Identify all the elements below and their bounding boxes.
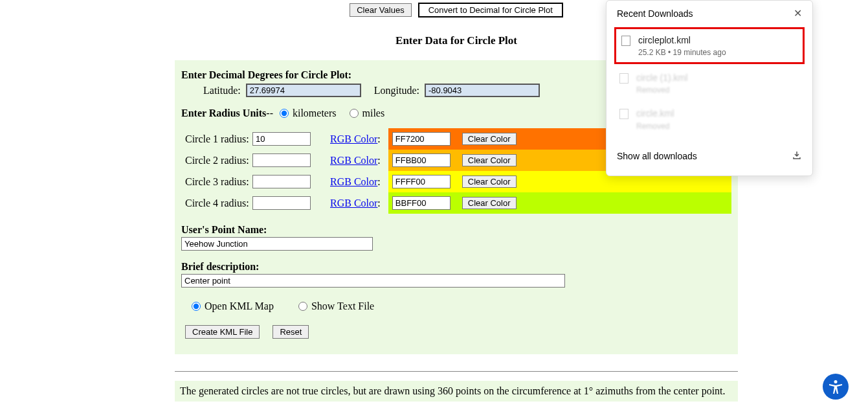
file-icon — [619, 109, 629, 119]
download-folder-icon[interactable] — [792, 150, 802, 163]
circle-3-label: Circle 3 radius: — [181, 176, 252, 188]
circle-2-label: Circle 2 radius: — [181, 155, 252, 166]
latitude-input[interactable] — [246, 84, 361, 97]
description-label: Brief description: — [181, 261, 731, 273]
circle-2-color-input[interactable] — [392, 153, 451, 167]
circle-1-radius-input[interactable] — [252, 132, 311, 146]
downloads-title: Recent Downloads — [617, 8, 693, 19]
circle-2-radius-input[interactable] — [252, 153, 311, 167]
radio-miles[interactable] — [350, 109, 359, 118]
circle-3-clear-color-button[interactable]: Clear Color — [462, 176, 517, 188]
kilometers-text: kilometers — [293, 108, 337, 119]
circle-1-label: Circle 1 radius: — [181, 133, 252, 145]
download-item-name: circleplot.kml — [638, 34, 726, 46]
description-input[interactable] — [181, 274, 565, 288]
download-item-name: circle (1).kml — [636, 72, 687, 84]
separator — [175, 371, 738, 372]
circle-4-clear-color-button[interactable]: Clear Color — [462, 197, 517, 209]
radio-open-kml[interactable] — [192, 302, 201, 311]
miles-text: miles — [362, 108, 385, 119]
convert-decimal-button[interactable]: Convert to Decimal for Circle Plot — [418, 3, 563, 17]
point-name-label: User's Point Name: — [181, 224, 731, 236]
circle-1-color-input[interactable] — [392, 132, 451, 146]
circle-3-radius-input[interactable] — [252, 175, 311, 188]
radio-show-text[interactable] — [298, 302, 307, 311]
circle-4-color-input[interactable] — [392, 196, 451, 210]
circle-4-label: Circle 4 radius: — [181, 198, 252, 209]
download-item-2[interactable]: circle (1).kmlRemoved — [614, 67, 805, 100]
circle-2-clear-color-button[interactable]: Clear Color — [462, 154, 517, 166]
download-item-meta: 25.2 KB • 19 minutes ago — [638, 48, 726, 57]
circle-1-rgb-link[interactable]: RGB Color — [330, 133, 377, 145]
download-item-meta: Removed — [636, 85, 687, 95]
file-icon — [621, 36, 630, 46]
radius-units-label: Enter Radius Units — [181, 108, 266, 119]
accessibility-icon[interactable] — [823, 374, 849, 400]
download-item-3[interactable]: circle.kmlRemoved — [614, 102, 805, 135]
show-all-downloads-link[interactable]: Show all downloads — [617, 151, 697, 161]
svg-point-0 — [834, 380, 838, 383]
file-icon — [619, 73, 629, 84]
circle-4-color-strip: Clear Color — [388, 192, 731, 214]
circle-2-rgb-link[interactable]: RGB Color — [330, 155, 377, 166]
create-kml-button[interactable]: Create KML File — [185, 325, 260, 339]
circle-3-rgb-link[interactable]: RGB Color — [330, 176, 377, 188]
show-text-label: Show Text File — [311, 300, 374, 312]
circle-3-color-input[interactable] — [392, 175, 451, 188]
downloads-panel: Recent Downloads ✕ circleplot.kml25.2 KB… — [606, 0, 813, 176]
longitude-input[interactable] — [425, 84, 540, 97]
circle-4-radius-input[interactable] — [252, 196, 311, 210]
latitude-label: Latitude: — [203, 85, 241, 96]
close-icon[interactable]: ✕ — [794, 7, 802, 19]
open-kml-label: Open KML Map — [205, 300, 274, 312]
download-item-name: circle.kml — [636, 108, 674, 119]
reset-button[interactable]: Reset — [273, 325, 309, 339]
download-item-1[interactable]: circleplot.kml25.2 KB • 19 minutes ago — [614, 27, 805, 64]
radio-kilometers[interactable] — [280, 109, 289, 118]
circle-4-rgb-link[interactable]: RGB Color — [330, 198, 377, 209]
circle-1-clear-color-button[interactable]: Clear Color — [462, 133, 517, 145]
clear-values-button[interactable]: Clear Values — [350, 3, 411, 17]
point-name-input[interactable] — [181, 237, 373, 251]
longitude-label: Longitude: — [374, 85, 419, 96]
download-item-meta: Removed — [636, 122, 674, 131]
note-box: The generated circles are not true circl… — [175, 381, 738, 402]
circle-row-4: Circle 4 radius:RGB Color:Clear Color — [181, 192, 731, 214]
